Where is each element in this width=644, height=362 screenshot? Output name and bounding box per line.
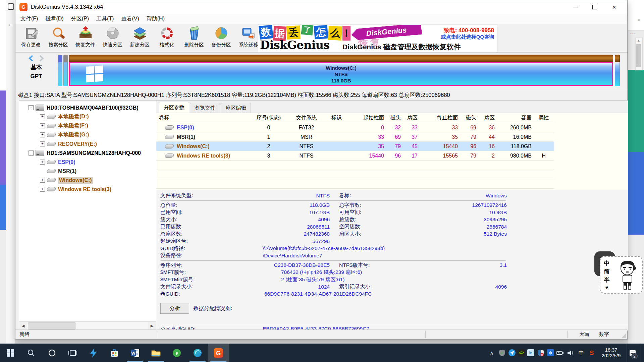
taskbar-search-button[interactable] <box>21 344 42 362</box>
volume-icon <box>46 160 56 164</box>
new-partition-button[interactable]: 新建分区 <box>126 24 153 52</box>
cd-disc-icon <box>105 26 121 41</box>
back-arrow-icon[interactable]: ← <box>7 20 14 28</box>
volume-icon <box>46 169 56 173</box>
ime-floating-widget[interactable]: 中 简 半 ♥ <box>600 256 643 294</box>
format-button[interactable]: 格式化 <box>153 24 180 52</box>
minimize-button[interactable] <box>566 0 585 14</box>
delete-partition-button[interactable]: 删除分区 <box>180 24 208 52</box>
search-partition-button[interactable]: 搜索分区 <box>45 24 72 52</box>
disk-icon <box>36 105 44 111</box>
tab-browse-files[interactable]: 浏览文件 <box>190 103 220 113</box>
volume-icon <box>46 133 56 137</box>
analyze-button[interactable]: 分析 <box>160 303 189 314</box>
desktop: ← × ⋯ ▲ G DiskGenius V5.4.3.1342 x64 × 文… <box>0 0 644 362</box>
scroll-right-icon[interactable]: ▶ <box>148 322 156 330</box>
layers-icon <box>132 26 148 41</box>
quick-partition-button[interactable]: 快速分区 <box>99 24 126 52</box>
table-row-msr[interactable]: MSR(1) 1 MSR 33 69 37 35 79 44 16.0MB <box>156 132 554 142</box>
table-row-esp[interactable]: ESP(0) 0 FAT32 0 32 33 33 69 36 260.0MB <box>156 123 554 132</box>
action-center-button[interactable]: 2 <box>627 344 638 362</box>
background-scrollbar[interactable]: ▲ <box>635 38 643 70</box>
tree-item-hd1[interactable]: -HD1:SAMSUNGMZNLN128HAHQ-000 <box>19 148 156 158</box>
menu-view[interactable]: 查看(V) <box>117 15 143 22</box>
menu-help[interactable]: 帮助(H) <box>143 15 168 22</box>
menu-tools[interactable]: 工具(T) <box>93 15 117 22</box>
maximize-button[interactable] <box>585 0 604 14</box>
menu-disk[interactable]: 磁盘(D) <box>42 15 67 22</box>
partition-bar-windows-c[interactable]: Windows(C:) NTFS 118.0GB <box>69 55 613 86</box>
folder-icon <box>151 349 161 357</box>
tray-snowflake-icon[interactable]: ❄ <box>547 349 554 356</box>
window-tab-icon <box>8 3 14 10</box>
table-row-windows-c-selected[interactable]: Windows(C:) 2 NTFS 35 79 45 15440 96 16 … <box>156 142 554 151</box>
ellipsis-icon[interactable]: ⋯ <box>630 29 637 37</box>
recover-files-button[interactable]: 恢复文件 <box>72 24 99 52</box>
volume-icon <box>46 142 56 146</box>
banner-char-tile: ！ <box>342 26 351 41</box>
tray-ime-mode[interactable]: 中 <box>577 349 585 357</box>
tray-intel-icon[interactable]: in <box>527 349 534 356</box>
tree-item-local-d[interactable]: +本地磁盘(D:) <box>19 112 156 121</box>
tree-item-msr[interactable]: MSR(1) <box>19 167 156 176</box>
tree-item-windows-re[interactable]: +Windows RE tools(3) <box>19 185 156 194</box>
tree-item-recovery-e[interactable]: +RECOVERY(E:) <box>19 139 156 148</box>
close-button[interactable]: × <box>604 0 624 14</box>
app-flash-tool[interactable] <box>83 344 104 362</box>
svg-text:e: e <box>175 350 178 356</box>
tree-item-local-f[interactable]: +本地磁盘(F:) <box>19 121 156 130</box>
table-row-windows-re[interactable]: Windows RE tools(3) 3 NTFS 15440 96 17 1… <box>156 151 554 161</box>
app-word[interactable]: W <box>125 344 146 362</box>
tree-item-local-g[interactable]: +本地磁盘(G:) <box>19 130 156 139</box>
background-window-left-strip <box>0 0 6 344</box>
prev-disk-icon[interactable] <box>28 55 35 62</box>
save-changes-button[interactable]: 保存更改 <box>17 24 45 52</box>
tree-item-esp[interactable]: +ESP(0) <box>19 158 156 167</box>
tray-security-ok-icon[interactable]: ✓ <box>498 349 506 357</box>
banner-char-tile: 数 <box>259 25 273 40</box>
tray-nvidia-icon[interactable] <box>518 349 525 356</box>
next-disk-icon[interactable] <box>38 55 45 62</box>
banner-qq-link[interactable]: 或点击此处选择QQ咨询 <box>441 34 494 40</box>
menu-partition[interactable]: 分区(P) <box>67 15 93 22</box>
partition-bar-re-tools[interactable] <box>615 55 620 86</box>
partition-bar-esp[interactable] <box>58 55 62 86</box>
scrollbar-thumb[interactable] <box>636 44 641 67</box>
disk-map-panel: 基本 GPT Windows(C:) NTFS 118.0GB <box>15 53 627 89</box>
app-microsoft-store[interactable] <box>104 344 125 362</box>
heart-icon: ♥ <box>605 285 608 290</box>
tray-volume-icon[interactable] <box>567 349 575 357</box>
tab-partition-params[interactable]: 分区参数 <box>159 102 189 113</box>
tray-expand-icon[interactable]: ∧ <box>488 349 496 357</box>
volume-icon <box>46 187 56 191</box>
app-file-explorer[interactable] <box>146 344 166 362</box>
lightning-icon <box>90 348 98 358</box>
scroll-left-icon[interactable]: ◀ <box>19 322 27 330</box>
partition-bar-msr[interactable] <box>63 55 68 86</box>
resize-grip[interactable] <box>621 334 626 338</box>
cortana-button[interactable] <box>42 344 62 362</box>
svg-text:G: G <box>216 350 221 357</box>
scroll-up-icon[interactable]: ▲ <box>637 39 640 42</box>
tray-security-alert-icon[interactable]: × <box>537 349 545 357</box>
taskbar-clock[interactable]: 18:37 2022/5/9 <box>598 347 624 359</box>
tree-item-hd0[interactable]: -HD0:TOSHIBAMQ04ABF100(932GB) <box>19 103 156 112</box>
scrollbar-thumb[interactable] <box>28 322 75 329</box>
app-browser-green[interactable]: e <box>166 344 187 362</box>
app-edge[interactable] <box>187 344 208 362</box>
volume-icon <box>46 115 56 119</box>
app-diskgenius-active[interactable]: G <box>208 344 229 362</box>
show-desktop-button[interactable] <box>641 344 643 362</box>
start-button[interactable] <box>0 344 21 362</box>
tree-item-windows-c[interactable]: +Windows(C:) <box>19 176 156 185</box>
tray-messenger-icon[interactable] <box>508 349 516 356</box>
partition-tree-panel: -HD0:TOSHIBAMQ04ABF100(932GB) +本地磁盘(D:) … <box>19 100 156 330</box>
task-view-button[interactable] <box>62 344 83 362</box>
tray-sogou-icon[interactable]: S <box>588 349 596 357</box>
menu-file[interactable]: 文件(F) <box>17 15 42 22</box>
tree-horizontal-scrollbar[interactable]: ◀ ▶ <box>19 321 156 330</box>
promo-banner[interactable]: 数 据 丢 了 怎 么 ！ 恢复 DiskGenius DiskGenius 致… <box>258 24 498 52</box>
tray-power-icon[interactable] <box>556 349 565 357</box>
backup-partition-button[interactable]: 备份分区 <box>208 24 235 52</box>
tab-sector-edit[interactable]: 扇区编辑 <box>221 103 251 113</box>
